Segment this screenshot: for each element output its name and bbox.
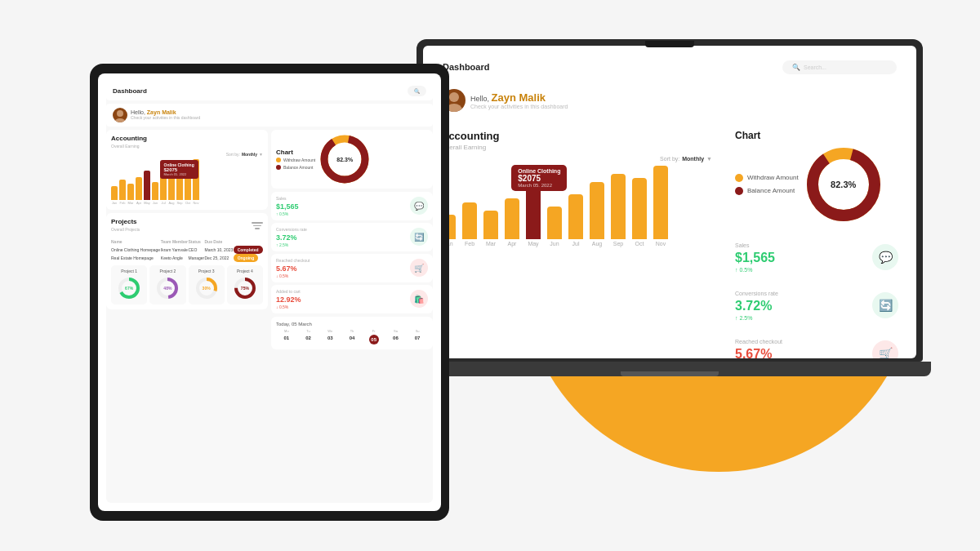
tablet-legend-balance: Balance Amount xyxy=(276,165,315,170)
today-date[interactable]: 07 xyxy=(407,335,428,344)
tablet-bar[interactable] xyxy=(160,175,167,199)
laptop-bar[interactable] xyxy=(568,194,583,239)
mini-proj-pct-3: 75% xyxy=(241,286,249,291)
tablet-bar-month-label: Aug xyxy=(168,201,174,205)
tablet-legend-withdraw: Withdraw Amount xyxy=(276,158,315,162)
tablet-main: Accounting Overall Earning Sort by: Mont… xyxy=(106,130,433,349)
svg-point-6 xyxy=(114,118,126,122)
metric-label-0: Sales xyxy=(735,242,775,248)
laptop-title: Dashboard xyxy=(443,62,489,72)
today-day-label: Su xyxy=(407,329,428,333)
filter-icon[interactable] xyxy=(252,222,263,230)
today-date[interactable]: 01 xyxy=(276,335,297,344)
bar-month-label: Sep xyxy=(613,241,623,247)
laptop-bar[interactable] xyxy=(590,182,604,239)
laptop-bar-item: Apr xyxy=(505,198,519,247)
mini-proj-card-3[interactable]: Project 4 75% xyxy=(227,265,263,304)
col-date: Due Date xyxy=(204,238,233,246)
proj-name-0: Online Clothing Homepage xyxy=(111,246,161,254)
proj-date-0: March 10, 2023 xyxy=(204,246,233,254)
tablet-bar[interactable] xyxy=(127,184,134,199)
laptop-search[interactable]: 🔍 Search... xyxy=(782,60,897,74)
today-date[interactable]: 04 xyxy=(341,335,363,344)
tablet-project-row-1[interactable]: Real Estate Homepage Keeto Angle Manager… xyxy=(111,254,263,262)
tablet-user-row: Hello, Zayn Malik Check your activities … xyxy=(106,104,433,127)
laptop-bar[interactable] xyxy=(653,166,668,239)
tablet-metric-icon-1: 🔄 xyxy=(410,228,428,246)
metric-icon-1: 🔄 xyxy=(872,292,898,318)
mini-proj-card-1[interactable]: Project 2 48% xyxy=(149,265,185,304)
laptop-bar-item: Jul xyxy=(568,194,583,247)
mini-proj-card-0[interactable]: Project 1 67% xyxy=(111,265,147,304)
accounting-subtitle: Overall Earning xyxy=(441,144,712,151)
tablet-metric-1: Conversions rate 3.72% ↑ 2.5% 🔄 xyxy=(271,223,433,251)
legend-label-withdraw: Withdraw Amount xyxy=(747,174,799,181)
today-day-label: Mo xyxy=(276,329,297,333)
laptop-bar[interactable] xyxy=(547,207,562,239)
mini-proj-donut-2: 30% xyxy=(195,277,218,300)
tablet-sort-chevron[interactable]: ▼ xyxy=(259,152,263,157)
tablet-bar-month-label: Mar xyxy=(128,201,134,205)
laptop-bar[interactable] xyxy=(611,174,626,239)
tablet-search[interactable]: 🔍 xyxy=(408,86,426,96)
bar-month-label: Apr xyxy=(508,241,517,247)
today-date[interactable]: 02 xyxy=(298,335,319,344)
tablet-chart-card: Chart Withdraw Amount Balanc xyxy=(271,130,433,189)
laptop-bar[interactable] xyxy=(505,198,519,239)
tablet-legend-dot-balance xyxy=(276,165,281,170)
tablet-bar[interactable] xyxy=(144,171,150,200)
tablet-search-icon: 🔍 xyxy=(414,88,420,94)
sort-value[interactable]: Monthly xyxy=(682,156,704,162)
laptop-user-row: Hello, Zayn Malik Check your activities … xyxy=(433,84,906,117)
metric-label-2: Reached checkout xyxy=(735,339,782,344)
sort-chevron-icon[interactable]: ▼ xyxy=(706,156,712,162)
bar-month-label: Jul xyxy=(572,241,580,247)
laptop-bar[interactable] xyxy=(632,178,647,239)
today-date[interactable]: 06 xyxy=(385,335,407,344)
bar-tooltip: Online Clothing $2075 March 05, 2022 xyxy=(511,165,567,191)
tablet-metric-value-3: 12.92% xyxy=(276,295,301,304)
tablet-metric-change-1: ↑ 2.5% xyxy=(276,242,307,247)
tablet-bar-month-label: Oct xyxy=(185,201,190,205)
laptop-screen-border: Dashboard 🔍 Search... xyxy=(416,39,923,362)
tablet-bar[interactable] xyxy=(136,177,142,200)
tablet-left-col: Accounting Overall Earning Sort by: Mont… xyxy=(106,130,268,349)
mini-proj-name-1: Project 2 xyxy=(153,269,182,273)
tablet-bar[interactable] xyxy=(111,186,118,200)
metric-value-1: 3.72% xyxy=(735,299,778,313)
tablet-bar-month-label: Jan xyxy=(112,201,117,205)
tablet-metric-icon-3: 🛍️ xyxy=(410,290,428,308)
tablet-metrics-container: Sales $1,565 ↑ 0.5% 💬 Conversions rate 3… xyxy=(271,192,433,313)
proj-status-1: Ongoing xyxy=(234,254,263,262)
laptop-accounting-card: Accounting Overall Earning Sort by: Mont… xyxy=(433,122,720,255)
today-date[interactable]: 05 xyxy=(369,335,379,344)
bar-month-label: Jun xyxy=(550,241,559,247)
metric-icon-0: 💬 xyxy=(872,244,898,270)
laptop-donut-chart: 82.3% xyxy=(807,148,880,221)
col-member: Team Member xyxy=(161,238,189,246)
tablet-metric-icon-2: 🛒 xyxy=(410,259,428,277)
tablet-bar-item: Apr xyxy=(136,177,142,205)
col-name: Name xyxy=(111,238,161,246)
laptop-bar[interactable] xyxy=(483,211,498,239)
bar-month-label: Mar xyxy=(486,241,496,247)
mini-proj-card-2[interactable]: Project 3 30% xyxy=(189,265,225,304)
tablet-bar[interactable] xyxy=(152,182,158,200)
accounting-title: Accounting xyxy=(441,130,712,142)
tablet-project-row-0[interactable]: Online Clothing Homepage Ikram Yamvale C… xyxy=(111,246,263,254)
metric-value-0: $1,565 xyxy=(735,251,775,265)
tablet-donut-pct: 82.3% xyxy=(336,156,353,162)
tablet-projects-sub: Overall Projects xyxy=(111,227,140,232)
tablet-bar-month-label: Jun xyxy=(153,201,158,205)
tablet-greeting: Hello, Zayn Malik Check your activities … xyxy=(131,109,200,120)
tablet-bar[interactable] xyxy=(119,180,126,200)
tablet-bar-month-label: Feb xyxy=(120,201,126,205)
laptop-header: Dashboard 🔍 Search... xyxy=(433,56,906,79)
today-date[interactable]: 03 xyxy=(319,335,341,344)
bar-month-label: Oct xyxy=(635,241,644,247)
laptop-bar[interactable] xyxy=(462,202,477,239)
sort-row: Sort by: Monthly ▼ xyxy=(441,156,712,162)
tablet-screen: Dashboard 🔍 xyxy=(98,73,441,511)
metric-label-1: Conversions rate xyxy=(735,291,778,296)
tablet-device: Dashboard 🔍 xyxy=(90,64,449,521)
